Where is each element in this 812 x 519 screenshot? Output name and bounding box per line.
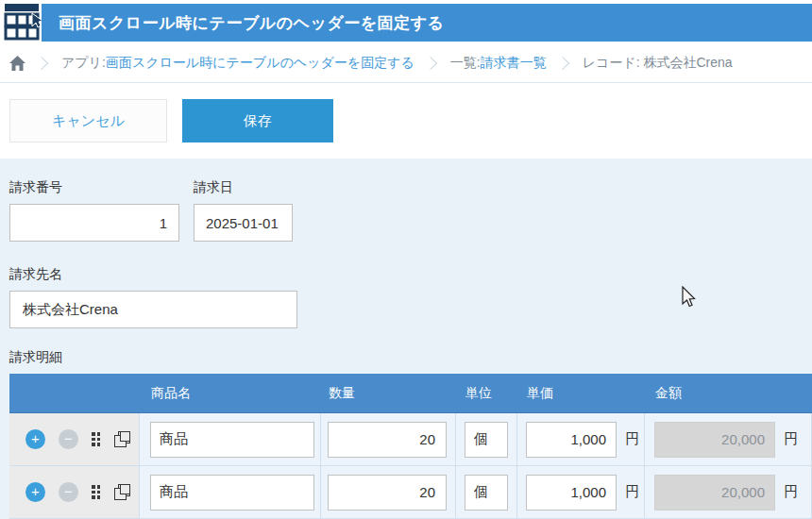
- invoice-detail-table: 商品名 数量 単位 単価 金額 + − 円 20,000 円: [9, 374, 812, 519]
- page-title: 画面スクロール時にテーブルのヘッダーを固定する: [59, 12, 444, 34]
- invoice-date-input[interactable]: [194, 204, 293, 242]
- add-row-button[interactable]: +: [25, 482, 45, 502]
- cancel-button[interactable]: キャンセル: [9, 99, 167, 142]
- amount-readonly-field: 20,000: [654, 475, 775, 511]
- column-header-product: 商品名: [140, 374, 321, 412]
- breadcrumb-view: 一覧: 請求書一覧: [450, 55, 547, 72]
- column-header-unit: 単位: [456, 374, 517, 412]
- column-header-quantity: 数量: [321, 374, 456, 412]
- breadcrumb-view-prefix: 一覧:: [450, 55, 481, 72]
- save-button[interactable]: 保存: [182, 99, 333, 142]
- invoice-number-label: 請求番号: [9, 179, 179, 196]
- breadcrumb-app-prefix: アプリ:: [61, 55, 106, 72]
- breadcrumb: アプリ: 画面スクロール時にテーブルのヘッダーを固定する 一覧: 請求書一覧 レ…: [0, 43, 812, 83]
- field-client: 請求先名: [9, 266, 812, 328]
- breadcrumb-app-link[interactable]: 画面スクロール時にテーブルのヘッダーを固定する: [106, 55, 414, 72]
- unit-price-input[interactable]: [526, 422, 617, 458]
- remove-row-button[interactable]: −: [59, 429, 78, 449]
- drag-handle-icon[interactable]: [92, 485, 101, 499]
- invoice-date-label: 請求日: [194, 179, 293, 196]
- duplicate-row-icon[interactable]: [114, 484, 130, 500]
- home-icon[interactable]: [9, 56, 25, 71]
- record-form: 請求番号 請求日 請求先名 請求明細 商品名 数量 単位 単価 金額 + −: [0, 159, 812, 519]
- client-input[interactable]: [9, 291, 297, 328]
- app-table-icon[interactable]: [2, 2, 42, 42]
- product-name-input[interactable]: [150, 475, 314, 511]
- breadcrumb-view-link[interactable]: 請求書一覧: [481, 55, 547, 72]
- row-controls: + −: [9, 413, 140, 466]
- column-header-controls: [9, 374, 140, 412]
- unit-input[interactable]: [465, 475, 508, 511]
- product-name-input[interactable]: [150, 422, 314, 458]
- quantity-input[interactable]: [328, 422, 447, 458]
- chevron-right-icon: [424, 56, 437, 69]
- column-header-amount: 金額: [645, 374, 812, 412]
- chevron-right-icon: [556, 56, 569, 69]
- duplicate-row-icon[interactable]: [114, 431, 130, 447]
- table-header-row: 商品名 数量 単位 単価 金額: [9, 374, 812, 413]
- subtable-label: 請求明細: [9, 349, 812, 366]
- unit-price-input[interactable]: [526, 475, 617, 511]
- chevron-right-icon: [35, 56, 48, 69]
- remove-row-button[interactable]: −: [59, 482, 78, 502]
- amount-readonly-field: 20,000: [654, 422, 775, 458]
- table-row: + − 円 20,000 円: [9, 466, 812, 519]
- add-row-button[interactable]: +: [25, 429, 45, 449]
- row-controls: + −: [9, 466, 140, 519]
- column-header-price: 単価: [517, 374, 645, 412]
- currency-suffix: 円: [784, 430, 798, 448]
- invoice-number-input[interactable]: [9, 204, 179, 242]
- title-bar: 画面スクロール時にテーブルのヘッダーを固定する: [42, 4, 812, 42]
- breadcrumb-app: アプリ: 画面スクロール時にテーブルのヘッダーを固定する: [61, 55, 414, 72]
- currency-suffix: 円: [784, 483, 798, 501]
- toolbar: キャンセル 保存: [0, 83, 812, 159]
- drag-handle-icon[interactable]: [92, 432, 101, 446]
- unit-input[interactable]: [465, 422, 508, 458]
- currency-suffix: 円: [625, 430, 639, 448]
- table-row: + − 円 20,000 円: [9, 413, 812, 466]
- field-invoice-number: 請求番号: [9, 179, 179, 242]
- field-invoice-date: 請求日: [194, 179, 293, 242]
- app-header: 画面スクロール時にテーブルのヘッダーを固定する: [0, 0, 812, 43]
- client-label: 請求先名: [9, 266, 812, 283]
- breadcrumb-record: レコード: 株式会社Crena: [583, 55, 733, 72]
- quantity-input[interactable]: [328, 475, 447, 511]
- currency-suffix: 円: [625, 483, 639, 501]
